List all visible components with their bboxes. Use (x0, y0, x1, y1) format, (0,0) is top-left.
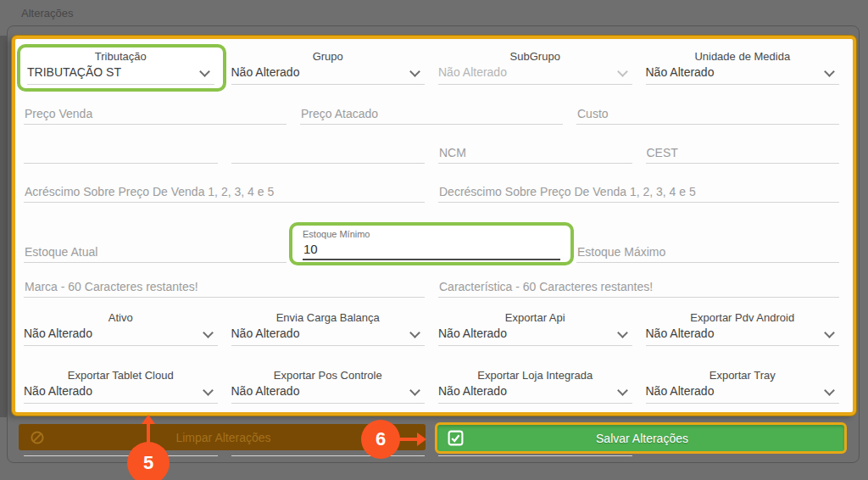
exportar-pos-controle-field: Exportar Pos Controle Não Alterado (231, 369, 426, 404)
row-percentuals (24, 186, 839, 203)
exportar-pos-controle-label: Exportar Pos Controle (231, 369, 426, 382)
tributacao-select-value: TRIBUTAÇÃO ST (27, 65, 121, 79)
unidade-medida-label: Unidade de Medida (646, 50, 840, 63)
exportar-pdv-android-select[interactable]: Não Alterado (646, 324, 840, 346)
subgrupo-field: SubGrupo Não Alterado (438, 50, 632, 85)
page-title: Alterações (21, 7, 73, 20)
text-input-blank-1[interactable] (24, 147, 218, 164)
tributacao-highlight-box: Tributação TRIBUTAÇÃO ST (17, 44, 226, 92)
unidade-medida-select[interactable]: Não Alterado (646, 63, 840, 85)
estoque-minimo-input[interactable] (303, 240, 560, 260)
exportar-tray-select-value: Não Alterado (646, 384, 715, 398)
grupo-field: Grupo Não Alterado (231, 50, 426, 85)
exportar-loja-integrada-label: Exportar Loja Integrada (438, 369, 632, 382)
ncm-input[interactable] (438, 147, 632, 164)
estoque-maximo-input[interactable] (576, 246, 839, 263)
grupo-label: Grupo (231, 50, 426, 63)
row-prices (24, 108, 839, 125)
subgrupo-label: SubGrupo (438, 50, 632, 63)
arrow-up-head-icon (142, 415, 155, 424)
envia-carga-balanca-select[interactable]: Não Alterado (231, 324, 426, 346)
grupo-select-value: Não Alterado (231, 65, 300, 79)
subgrupo-select-value: Não Alterado (438, 65, 507, 79)
row-brand (24, 281, 839, 298)
ativo-label: Ativo (24, 311, 218, 324)
row-stock: Estoque Mínimo (24, 224, 839, 263)
checkbox-checked-icon (448, 430, 464, 446)
arrow-up-icon (147, 423, 150, 444)
exportar-tray-label: Exportar Tray (646, 369, 840, 382)
subgrupo-select: Não Alterado (438, 63, 632, 85)
ativo-select[interactable]: Não Alterado (24, 324, 218, 346)
row-header-selects: Tributação TRIBUTAÇÃO ST Grupo Não Alter… (24, 50, 839, 85)
tributacao-field: Tributação TRIBUTAÇÃO ST (24, 50, 218, 85)
step-6-badge: 6 (361, 420, 400, 459)
envia-carga-balanca-field: Envia Carga Balança Não Alterado (231, 311, 426, 346)
screen: Alterações Tributação TRIBUTAÇÃO ST Grup… (0, 0, 868, 480)
chevron-down-icon (617, 327, 628, 338)
estoque-minimo-field: Estoque Mínimo (300, 224, 563, 263)
step-5-badge: 5 (127, 442, 170, 480)
exportar-pos-controle-select-value: Não Alterado (231, 384, 300, 398)
unidade-medida-field: Unidade de Medida Não Alterado (646, 50, 840, 85)
salvar-alteracoes-label: Salvar Alterações (464, 432, 821, 445)
chevron-down-icon (203, 327, 214, 338)
chevron-down-icon (824, 327, 835, 338)
cest-input[interactable] (646, 147, 840, 164)
exportar-tablet-cloud-field: Exportar Tablet Cloud Não Alterado (24, 369, 218, 404)
row-codes (24, 147, 839, 164)
tributacao-select[interactable]: TRIBUTAÇÃO ST (27, 63, 214, 85)
exportar-api-select-value: Não Alterado (438, 327, 507, 340)
exportar-tablet-cloud-select[interactable]: Não Alterado (24, 382, 218, 404)
exportar-pdv-android-label: Exportar Pdv Android (646, 311, 840, 324)
exportar-loja-integrada-select[interactable]: Não Alterado (438, 382, 632, 404)
text-input-blank-2[interactable] (231, 147, 426, 164)
row-toggles-2: Exportar Tablet Cloud Não Alterado Expor… (24, 369, 839, 404)
estoque-atual-input[interactable] (24, 246, 287, 263)
changes-panel: Tributação TRIBUTAÇÃO ST Grupo Não Alter… (12, 36, 856, 416)
exportar-api-label: Exportar Api (438, 311, 632, 324)
marca-input[interactable] (24, 281, 425, 298)
custo-input[interactable] (576, 108, 839, 125)
estoque-minimo-highlight-box: Estoque Mínimo (289, 222, 574, 265)
chevron-down-icon (203, 385, 214, 396)
ativo-field: Ativo Não Alterado (24, 311, 218, 346)
chevron-down-icon (824, 385, 835, 396)
exportar-loja-integrada-field: Exportar Loja Integrada Não Alterado (438, 369, 632, 404)
chevron-down-icon (409, 385, 420, 396)
exportar-loja-integrada-select-value: Não Alterado (438, 384, 507, 398)
decrescimo-preco-venda-input[interactable] (438, 186, 839, 203)
exportar-pos-controle-select[interactable]: Não Alterado (231, 382, 426, 404)
chevron-down-icon (409, 327, 420, 338)
grupo-select[interactable]: Não Alterado (231, 63, 426, 85)
chevron-down-icon (409, 66, 420, 77)
caracteristica-input[interactable] (438, 281, 839, 298)
block-icon (30, 430, 45, 445)
exportar-pdv-android-select-value: Não Alterado (646, 327, 715, 340)
exportar-tray-select[interactable]: Não Alterado (646, 382, 840, 404)
envia-carga-balanca-label: Envia Carga Balança (231, 311, 426, 324)
estoque-minimo-label: Estoque Mínimo (303, 229, 560, 240)
exportar-api-field: Exportar Api Não Alterado (438, 311, 632, 346)
exportar-tray-field: Exportar Tray Não Alterado (646, 369, 840, 404)
preco-venda-input[interactable] (24, 108, 287, 125)
envia-carga-balanca-select-value: Não Alterado (231, 327, 300, 340)
exportar-pdv-android-field: Exportar Pdv Android Não Alterado (646, 311, 840, 346)
chevron-down-icon (617, 385, 628, 396)
arrow-right-head-icon (417, 433, 426, 446)
exportar-tablet-cloud-select-value: Não Alterado (24, 384, 92, 398)
limpar-alteracoes-label: Limpar Alterações (45, 431, 402, 444)
chevron-down-icon (617, 66, 628, 77)
acrescimo-preco-venda-input[interactable] (24, 186, 425, 203)
exportar-api-select[interactable]: Não Alterado (438, 324, 632, 346)
unidade-medida-select-value: Não Alterado (646, 65, 715, 79)
ativo-select-value: Não Alterado (24, 327, 92, 340)
row-toggles-1: Ativo Não Alterado Envia Carga Balança N… (24, 311, 839, 346)
panel-left-shadow (0, 36, 8, 417)
exportar-tablet-cloud-label: Exportar Tablet Cloud (24, 369, 218, 382)
chevron-down-icon (199, 66, 210, 77)
preco-atacado-input[interactable] (300, 108, 563, 125)
tributacao-label: Tributação (27, 50, 214, 63)
chevron-down-icon (824, 66, 835, 77)
salvar-alteracoes-button[interactable]: Salvar Alterações (435, 422, 847, 454)
